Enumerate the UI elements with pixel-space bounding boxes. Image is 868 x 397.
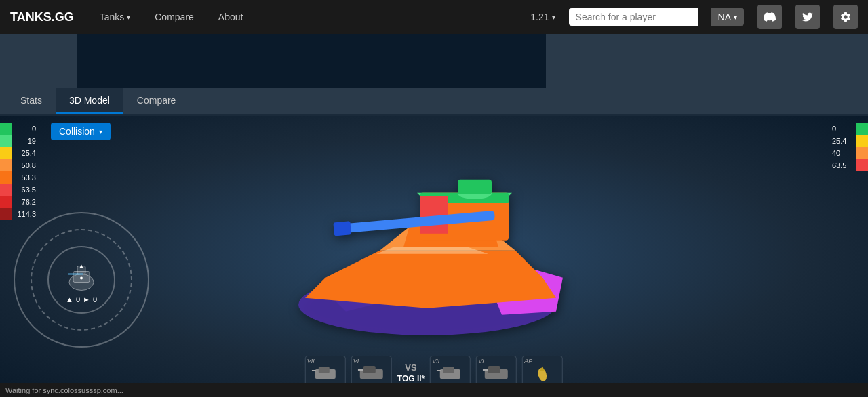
search-input[interactable] — [569, 8, 698, 26]
status-text: Waiting for sync.colossusssp.com... — [5, 386, 123, 394]
legend-right-item-3: 63.5 — [832, 159, 868, 171]
vs-label: VS — [405, 362, 416, 373]
svg-rect-21 — [443, 367, 454, 373]
legend-item-2: 25.4 — [0, 147, 36, 159]
nav-tanks[interactable]: Tanks — [94, 8, 136, 26]
legend-left: 0 19 25.4 50.8 53.3 63.5 76.2 114.3 — [0, 123, 36, 220]
legend-right-color-2 — [856, 147, 868, 159]
tab-3d-model[interactable]: 3D Model — [56, 88, 123, 114]
legend-value-4: 53.3 — [12, 173, 36, 182]
discord-icon — [764, 11, 776, 23]
nav-version[interactable]: 1.21 — [530, 12, 555, 22]
navbar: TANKS.GG Tanks Compare About 1.21 NA — [0, 0, 868, 34]
legend-color-7 — [0, 208, 12, 220]
legend-item-3: 50.8 — [0, 159, 36, 171]
tank-svg — [278, 142, 590, 346]
tab-compare[interactable]: Compare — [123, 88, 190, 114]
legend-right-color-0 — [856, 123, 868, 135]
ammo-thumb-icon — [529, 362, 556, 383]
svg-rect-15 — [319, 367, 330, 373]
legend-color-0 — [0, 123, 12, 135]
legend-color-3 — [0, 159, 12, 171]
tier-badge-1: VII — [307, 358, 315, 364]
tank-3d-model[interactable] — [278, 142, 590, 348]
collision-button[interactable]: Collision — [51, 123, 111, 140]
tank-thumb-icon-r1 — [437, 362, 464, 383]
tank-thumb-icon-2 — [358, 362, 385, 383]
tab-bar: Stats 3D Model Compare — [0, 88, 868, 116]
svg-rect-3 — [420, 196, 448, 234]
tier-badge-r3: AP — [524, 358, 532, 364]
legend-item-4: 53.3 — [0, 171, 36, 184]
vs-section: VS TOG II* — [397, 362, 425, 383]
svg-rect-18 — [363, 366, 376, 373]
compass-indicator: ▲ — [61, 257, 102, 297]
legend-value-0: 0 — [12, 125, 36, 133]
nav-compare[interactable]: Compare — [149, 8, 199, 26]
banner-ad — [77, 34, 546, 88]
legend-color-5 — [0, 184, 12, 196]
legend-color-1 — [0, 135, 12, 147]
legend-right-value-2: 40 — [832, 149, 856, 157]
twitter-icon — [802, 12, 813, 22]
legend-right-value-3: 63.5 — [832, 161, 856, 169]
legend-item-1: 19 — [0, 135, 36, 147]
legend-right-color-1 — [856, 135, 868, 147]
compass-center: ▲ ▲0 ►0 — [61, 257, 102, 304]
legend-right-value-0: 0 — [832, 125, 856, 133]
legend-right-item-2: 40 — [832, 147, 868, 159]
svg-rect-5 — [458, 180, 492, 194]
legend-color-6 — [0, 196, 12, 208]
svg-rect-24 — [488, 366, 500, 373]
svg-point-13 — [80, 277, 83, 280]
legend-item-5: 63.5 — [0, 184, 36, 196]
main-viewport: 0 19 25.4 50.8 53.3 63.5 76.2 114.3 — [0, 116, 868, 395]
legend-item-6: 76.2 — [0, 196, 36, 208]
tank-thumb-icon-r2 — [483, 362, 510, 383]
legend-value-5: 63.5 — [12, 186, 36, 194]
legend-color-2 — [0, 147, 12, 159]
legend-right: 0 25.4 40 63.5 — [832, 123, 868, 171]
tier-badge-r1: VII — [432, 358, 439, 364]
status-bar: Waiting for sync.colossusssp.com... — [0, 383, 868, 397]
settings-icon — [840, 11, 852, 23]
legend-value-2: 25.4 — [12, 149, 36, 157]
legend-value-1: 19 — [12, 137, 36, 145]
tier-badge-2: VI — [353, 358, 359, 364]
legend-right-color-3 — [856, 159, 868, 171]
nav-about[interactable]: About — [213, 8, 249, 26]
legend-right-value-1: 25.4 — [832, 137, 856, 145]
tank-name-label: TOG II* — [397, 374, 425, 383]
settings-button[interactable] — [833, 5, 858, 29]
legend-item-0: 0 — [0, 123, 36, 135]
svg-rect-7 — [333, 221, 351, 236]
legend-right-item-1: 25.4 — [832, 135, 868, 147]
tank-thumb-icon-1 — [312, 362, 339, 383]
discord-button[interactable] — [757, 5, 782, 29]
region-button[interactable]: NA — [711, 8, 744, 26]
legend-value-6: 76.2 — [12, 198, 36, 206]
legend-value-3: 50.8 — [12, 161, 36, 169]
legend-color-4 — [0, 171, 12, 184]
twitter-button[interactable] — [795, 5, 820, 29]
brand[interactable]: TANKS.GG — [10, 10, 74, 24]
svg-text:▲: ▲ — [79, 263, 84, 269]
legend-right-item-0: 0 — [832, 123, 868, 135]
compass[interactable]: ▲ ▲0 ►0 — [14, 212, 149, 348]
tier-badge-r2: VI — [478, 358, 484, 364]
tab-stats[interactable]: Stats — [7, 88, 56, 114]
